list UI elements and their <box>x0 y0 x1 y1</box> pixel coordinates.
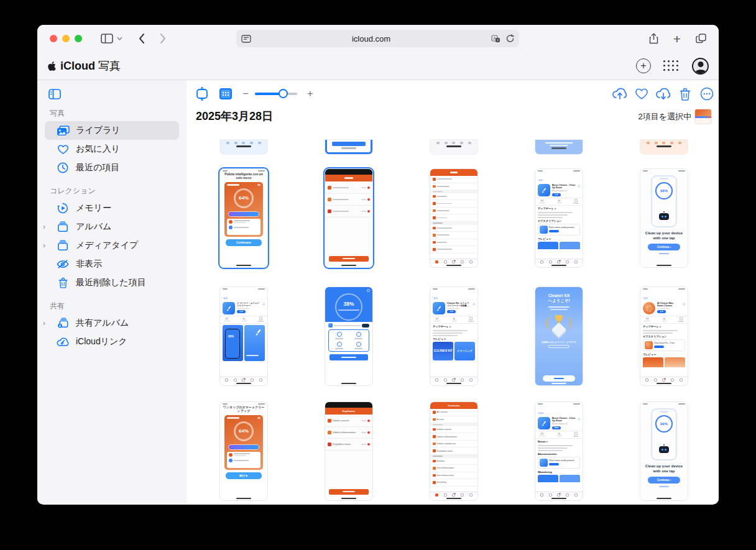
thumb-ratings: 4.24+ <box>220 316 267 324</box>
photo-thumbnail-r3c5[interactable]: 99%Clean up your device with one tapCont… <box>640 402 688 500</box>
thumb-app-icon <box>538 417 550 429</box>
new-tab-icon[interactable]: + <box>673 32 681 45</box>
trash-icon <box>56 276 70 290</box>
thumb-detail <box>446 265 461 267</box>
thumb-detail <box>657 265 671 267</box>
thumb-detail <box>643 330 678 331</box>
photo-thumbnail-partial[interactable] <box>535 140 583 154</box>
sidebar-item-1-4[interactable]: 最近削除した項目 <box>45 273 179 292</box>
forward-button[interactable] <box>160 34 166 44</box>
thumb-detail <box>659 253 669 254</box>
delete-icon[interactable] <box>677 86 693 102</box>
disclosure-chevron-icon[interactable]: › <box>41 222 47 231</box>
thumb-detail <box>657 383 671 385</box>
photo-cell: ‹ 戻るCleaner Kit: ストレージクリーナー&画像…入手△4.24+ア… <box>430 287 477 385</box>
photo-thumbnail-r3c2[interactable]: DuplicatenDubbele contactenDubbele telef… <box>325 402 372 500</box>
more-options-icon[interactable] <box>699 86 715 102</box>
sidebar-item-0-0[interactable]: ライブラリ <box>45 121 179 140</box>
zoom-window-button[interactable] <box>75 35 82 42</box>
thumb-back: ‹ 戻る <box>430 290 477 301</box>
photo-thumbnail-r2c5[interactable]: ‹ 戻るAI Cleaner Max - Smart Cleaner入手△3.8… <box>640 287 688 385</box>
share-icon[interactable] <box>649 33 658 44</box>
photo-thumbnail-r2c3[interactable]: ‹ 戻るCleaner Kit: ストレージクリーナー&画像…入手△4.24+ア… <box>430 287 477 385</box>
page-settings-icon[interactable] <box>241 35 251 43</box>
photo-thumbnail-partial[interactable] <box>640 140 688 154</box>
thumb-detail <box>678 170 685 172</box>
photo-thumbnail-r3c1[interactable]: ワンタップのスマートクリーンアップ64%続ける <box>220 402 267 500</box>
photo-thumbnail-r3c3[interactable]: ContactenAlle contacten›Accounts›Dubbele… <box>430 402 477 500</box>
photo-thumbnail-partial[interactable] <box>430 140 477 154</box>
download-icon[interactable] <box>655 86 671 102</box>
svg-text:x: x <box>497 38 499 42</box>
sidebar-item-2-1[interactable]: iCloudリンク <box>45 332 179 351</box>
thumb-detail <box>551 147 566 149</box>
sidebar-item-2-0[interactable]: ›共有アルバム <box>45 314 179 332</box>
grid-view-icon[interactable] <box>218 86 234 102</box>
sidebar-item-0-2[interactable]: 最近の項目 <box>45 158 179 177</box>
back-button[interactable] <box>139 34 145 44</box>
thumb-detail <box>328 419 331 423</box>
upload-icon[interactable] <box>612 86 628 102</box>
thumb-detail <box>367 289 370 292</box>
sidebar-item-0-1[interactable]: お気に入り <box>45 140 179 158</box>
photo-thumbnail-partial[interactable] <box>220 140 267 154</box>
tab-overview-icon[interactable] <box>696 34 706 44</box>
thumb-robot <box>659 213 669 220</box>
photo-thumbnail-r1c4[interactable]: ‹ 戻るBoost Cleaner - Clean Up SmartMiracl… <box>535 169 583 267</box>
close-window-button[interactable] <box>50 35 57 42</box>
thumb-detail <box>257 417 260 419</box>
thumb-detail <box>433 330 468 331</box>
photo-thumbnail-r1c3[interactable]: ›››››››››› <box>430 169 477 267</box>
sidebar-item-1-3[interactable]: 非表示 <box>45 255 179 273</box>
account-avatar[interactable] <box>692 58 709 75</box>
favorite-icon[interactable] <box>634 86 650 102</box>
url-bar[interactable]: icloud.com Ax <box>236 30 519 47</box>
sidebar-item-1-2[interactable]: ›メディアタイプ <box>45 236 179 255</box>
thumb-detail <box>468 142 471 144</box>
thumb-detail <box>551 265 566 267</box>
sidebar-sections: 写真ライブラリお気に入り最近の項目コレクションメモリー›アルバム›メディアタイプ… <box>48 108 180 351</box>
thumb-detail <box>328 323 333 328</box>
thumb-detail <box>446 498 461 500</box>
photo-thumbnail-r1c1[interactable]: Pulizia intelligente con un solo tocco64… <box>220 169 267 267</box>
disclosure-chevron-icon[interactable]: › <box>41 241 47 250</box>
thumb-phone-outline: 99% <box>651 408 677 461</box>
reload-icon[interactable] <box>506 34 514 43</box>
thumb-detail <box>367 419 371 423</box>
minimize-window-button[interactable] <box>62 35 70 42</box>
zoom-out-button[interactable]: − <box>237 86 254 102</box>
thumb-detail <box>437 242 447 243</box>
thumb-card <box>328 329 369 352</box>
thumb-detail <box>225 329 240 359</box>
add-icon[interactable]: + <box>636 58 651 73</box>
chevron-down-icon[interactable] <box>117 37 122 40</box>
zoom-in-button[interactable]: + <box>302 86 318 102</box>
photo-thumbnail-r2c4[interactable]: Cleaner Kitへようこそ!世界No.1の クリーニングアプリ <box>535 287 583 385</box>
photo-thumbnail-r2c1[interactable]: ‹ 戻るクリーナー・ストレージクリーナー入手△4.24+60% <box>220 287 267 385</box>
thumb-detail <box>433 178 436 181</box>
sidebar-toggle-icon[interactable] <box>101 34 113 44</box>
photo-thumbnail-r2c2[interactable]: 38% <box>325 287 372 385</box>
photo-thumbnail-r1c5[interactable]: 99%Clean up your device with one tapCont… <box>640 169 688 267</box>
thumb-detail <box>257 184 260 186</box>
sidebar-collapse-icon[interactable] <box>48 89 180 99</box>
sidebar-item-label: 最近削除した項目 <box>76 277 146 288</box>
thumbnail-size-slider[interactable] <box>255 93 297 95</box>
photo-thumbnail-r1c2[interactable] <box>325 169 372 267</box>
sidebar-item-1-0[interactable]: メモリー <box>45 199 179 218</box>
thumb-share-icon: △ <box>472 302 475 305</box>
photo-thumbnail-partial[interactable] <box>325 140 372 154</box>
thumb-detail <box>361 199 366 200</box>
translate-icon[interactable]: Ax <box>491 35 500 42</box>
thumb-section-label: プレビュー <box>640 352 688 357</box>
photo-thumbnail-r3c4[interactable]: ‹ ZoekBoost Cleaner - Clean Up SmartMira… <box>535 402 583 500</box>
thumb-detail <box>447 308 459 309</box>
disclosure-chevron-icon[interactable]: › <box>41 319 47 328</box>
slider-knob[interactable] <box>279 89 288 98</box>
sidebar-item-1-1[interactable]: ›アルバム <box>45 218 179 236</box>
app-launcher-icon[interactable] <box>663 60 680 72</box>
thumb-art: 64% <box>224 182 263 237</box>
thumb-detail <box>433 474 436 477</box>
aspect-fit-icon[interactable] <box>194 86 210 102</box>
thumb-detail <box>450 172 458 173</box>
